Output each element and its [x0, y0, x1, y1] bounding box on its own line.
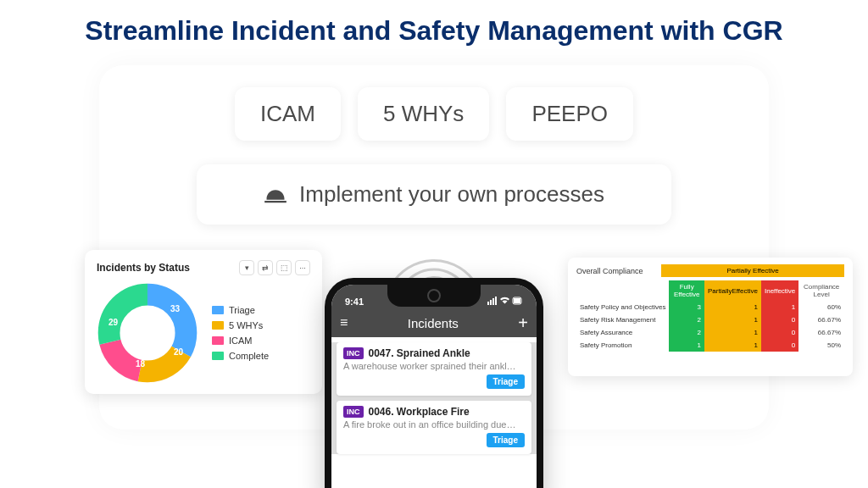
donut-chart: 33 20 18 29 [97, 282, 198, 384]
phone-app-bar: ≡ Incidents + [331, 308, 537, 337]
pill-5whys[interactable]: 5 WHYs [358, 87, 489, 141]
legend-swatch-triage [212, 306, 224, 314]
pill-icam[interactable]: ICAM [235, 87, 341, 141]
status-icons [487, 297, 523, 307]
incidents-by-status-card: Incidents by Status ▾ ⇄ ⬚ ··· 33 20 18 2… [85, 250, 322, 394]
svg-rect-8 [495, 297, 497, 305]
compliance-banner: Partially Effective [661, 264, 844, 277]
legend-label-complete: Complete [229, 351, 269, 361]
svg-rect-10 [514, 298, 520, 303]
col-fully-effective: Fully Effective [669, 280, 704, 301]
compliance-card: Overall Compliance Partially Effective F… [568, 258, 853, 376]
incident-status-tag[interactable]: Triage [487, 374, 525, 389]
helmet-icon [264, 183, 287, 207]
phone-app-title: Incidents [408, 316, 459, 330]
page-title: Streamline Incident and Safety Managemen… [0, 0, 868, 47]
implement-pill[interactable]: Implement your own processes [197, 164, 671, 225]
donut-legend: Triage 5 WHYs ICAM Complete [212, 305, 269, 361]
compliance-title: Overall Compliance [576, 267, 656, 275]
svg-rect-7 [492, 298, 494, 305]
col-ineffective: Ineffective [761, 280, 798, 301]
incident-type-badge: INC [343, 406, 364, 418]
donut-tool-more[interactable]: ··· [295, 260, 310, 275]
incident-status-tag[interactable]: Triage [487, 433, 525, 447]
implement-label: Implement your own processes [299, 181, 604, 208]
phone-time: 9:41 [345, 297, 364, 307]
incident-type-badge: INC [343, 347, 364, 359]
incident-title: 0046. Workplace Fire [369, 406, 470, 418]
legend-label-triage: Triage [229, 305, 255, 315]
donut-toolbar: ▾ ⇄ ⬚ ··· [239, 260, 310, 275]
pill-row: ICAM 5 WHYs PEEPO [99, 65, 769, 141]
legend-swatch-5whys [212, 321, 224, 330]
donut-tool-filter[interactable]: ▾ [239, 260, 254, 275]
svg-rect-5 [487, 302, 489, 305]
phone-notch [387, 285, 481, 307]
compliance-table: Fully Effective PartiallyEffective Ineff… [576, 280, 844, 352]
donut-tool-refresh[interactable]: ⇄ [258, 260, 273, 275]
legend-swatch-icam [212, 336, 224, 345]
legend-label-icam: ICAM [229, 336, 253, 346]
svg-rect-6 [490, 300, 492, 305]
incident-title: 0047. Sprained Ankle [369, 347, 470, 359]
col-compliance-level: Compliance Level [798, 280, 844, 301]
donut-value-complete: 29 [108, 318, 118, 327]
incident-list[interactable]: INC 0047. Sprained Ankle A warehouse wor… [331, 342, 537, 454]
table-row: Safety Risk Management 2 1 0 66.67% [576, 313, 844, 326]
add-incident-button[interactable]: + [518, 313, 528, 333]
hamburger-icon[interactable]: ≡ [340, 315, 348, 330]
incident-desc: A fire broke out in an office building d… [343, 419, 525, 430]
donut-title: Incidents by Status [97, 262, 190, 274]
table-row: Safety Assurance 2 1 0 66.67% [576, 326, 844, 339]
pill-peepo[interactable]: PEEPO [506, 87, 633, 141]
table-row: Safety Policy and Objectives 3 1 1 60% [576, 301, 844, 313]
phone-mock: 9:41 ≡ Incidents + INC 0047. Sprained An… [325, 278, 543, 488]
donut-tool-expand[interactable]: ⬚ [276, 260, 292, 275]
donut-value-5whys: 20 [174, 347, 183, 357]
table-row: Safety Promotion 1 1 0 50% [576, 339, 844, 352]
incident-item[interactable]: INC 0046. Workplace Fire A fire broke ou… [337, 401, 531, 454]
incident-item[interactable]: INC 0047. Sprained Ankle A warehouse wor… [337, 342, 531, 396]
legend-label-5whys: 5 WHYs [229, 320, 263, 330]
legend-swatch-complete [212, 352, 224, 360]
col-partially-effective: PartiallyEffective [704, 280, 761, 301]
donut-value-triage: 33 [170, 304, 180, 313]
incident-desc: A warehouse worker sprained their ankl… [343, 361, 525, 371]
donut-value-icam: 18 [136, 359, 145, 369]
